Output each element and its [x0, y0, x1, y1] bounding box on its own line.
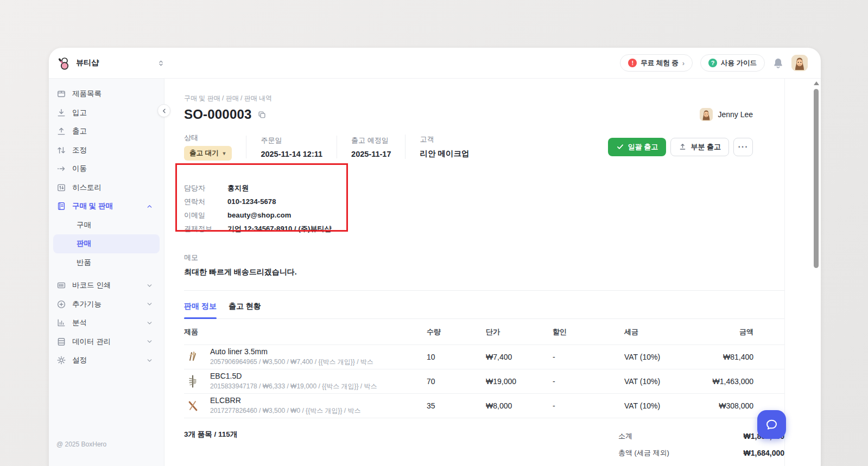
partial-ship-button[interactable]: 부분 출고: [670, 138, 729, 156]
free-trial-button[interactable]: ! 무료 체험 중 ›: [620, 54, 693, 72]
qty-cell: 70: [427, 377, 486, 386]
product-name: ELCBRR: [210, 396, 361, 405]
meta-value: 리안 메이크업: [420, 149, 469, 159]
product-detail: 2057906964965 / ₩3,500 / ₩7,400 / {{박스 개…: [210, 358, 373, 367]
contact-value: 010-1234-5678: [227, 197, 276, 206]
items-summary: 3개 품목 / 115개: [184, 427, 237, 461]
meta-label: 상태: [184, 133, 232, 143]
tab-bar: 판매 정보출고 현황: [184, 302, 784, 319]
meta-label: 주문일: [261, 136, 322, 145]
arrow-right-icon: [56, 164, 66, 174]
table-row-1[interactable]: EBC1.5D2015833947178 / ₩6,333 / ₩19,000 …: [184, 369, 784, 394]
assignee[interactable]: Jenny Lee: [700, 108, 753, 121]
user-avatar[interactable]: [791, 55, 808, 71]
qty-cell: 10: [427, 353, 486, 361]
contact-value: beauty@shop.com: [227, 211, 291, 219]
sidebar-item-label: 설정: [72, 355, 87, 365]
topbar-right: ! 무료 체험 중 › ? 사용 가이드: [620, 54, 808, 72]
workspace-switcher[interactable]: 뷰티샵: [56, 56, 164, 71]
table-row-0[interactable]: Auto liner 3.5mm2057906964965 / ₩3,500 /…: [184, 345, 784, 369]
sidebar-item-label: 구매 및 판매: [72, 201, 113, 211]
chat-bubble-icon: [764, 417, 779, 432]
sidebar-item-label: 출고: [72, 126, 87, 136]
sidebar-item-10[interactable]: 데이터 관리: [49, 333, 164, 352]
assignee-name: Jenny Lee: [718, 110, 753, 119]
arrow-down-tray-icon: [56, 108, 66, 118]
meta-label: 출고 예정일: [351, 136, 391, 145]
sidebar-subitem-6-0[interactable]: 구매: [53, 216, 160, 235]
topbar: 뷰티샵 ! 무료 체험 중 › ? 사용 가이드: [49, 48, 821, 79]
total-value: ₩1,684,000: [744, 449, 785, 457]
sidebar-item-0[interactable]: 제품목록: [49, 85, 164, 104]
column-header: 세금: [624, 327, 683, 337]
sidebar-item-label: 분석: [72, 318, 87, 328]
sidebar-item-3[interactable]: 조정: [49, 141, 164, 160]
arrow-up-tray-icon: [679, 143, 687, 151]
sidebar-item-7[interactable]: 바코드 인쇄: [49, 276, 164, 295]
unit-price-cell: ₩7,400: [486, 353, 553, 361]
bulk-ship-button[interactable]: 일괄 출고: [608, 138, 667, 156]
sidebar-subitem-6-1[interactable]: 판매: [53, 234, 160, 253]
exclamation-icon: !: [628, 59, 637, 67]
meta-0: 상태출고 대기▼: [184, 133, 246, 161]
chat-support-button[interactable]: [757, 410, 786, 439]
sidebar-item-6[interactable]: 구매 및 판매: [49, 197, 164, 216]
chevron-down-icon: [146, 301, 153, 308]
unit-price-cell: ₩19,000: [486, 377, 553, 386]
copy-icon[interactable]: [257, 110, 267, 119]
scroll-up-arrow[interactable]: [814, 81, 819, 85]
contact-value: 기업 12-34567-8910 / (주)뷰티샵: [227, 224, 332, 234]
total-row-1: 총액 (세금 제외)₩1,684,000: [618, 444, 784, 461]
partial-ship-label: 부분 출고: [690, 142, 721, 152]
box-icon: [56, 89, 66, 99]
discount-cell: -: [553, 353, 624, 361]
tax-cell: VAT (10%): [624, 401, 683, 410]
discount-cell: -: [553, 377, 624, 386]
sidebar-item-label: 조정: [72, 145, 87, 155]
notification-bell-icon[interactable]: [772, 58, 784, 69]
table-row-2[interactable]: ELCBRR2017277826460 / ₩3,500 / ₩0 / {{박스…: [184, 394, 784, 418]
page: 뷰티샵 ! 무료 체험 중 › ? 사용 가이드: [0, 0, 868, 466]
status-badge[interactable]: 출고 대기▼: [184, 146, 232, 161]
assignee-avatar: [700, 108, 713, 121]
meta-3: 고객리안 메이크업: [405, 135, 483, 159]
qty-cell: 35: [427, 401, 486, 410]
scrollbar-thumb[interactable]: [814, 89, 819, 268]
chevron-right-icon: ›: [682, 59, 685, 67]
column-header: 금액: [683, 327, 753, 337]
more-actions-button[interactable]: ···: [733, 138, 753, 156]
sidebar-item-1[interactable]: 입고: [49, 104, 164, 123]
sidebar-item-8[interactable]: 추가기능: [49, 295, 164, 314]
user-guide-label: 사용 가이드: [721, 59, 757, 68]
question-icon: ?: [708, 59, 717, 67]
sidebar-item-11[interactable]: 설정: [49, 351, 164, 370]
chevron-down-icon: [146, 320, 153, 327]
meta-2: 출고 예정일2025-11-17: [337, 136, 405, 158]
sidebar-subitem-label: 구매: [77, 220, 91, 230]
sidebar-item-label: 입고: [72, 108, 87, 118]
sidebar-item-9[interactable]: 분석: [49, 314, 164, 333]
sidebar-item-label: 이동: [72, 164, 87, 174]
product-detail: 2015833947178 / ₩6,333 / ₩19,000 / {{박스 …: [210, 382, 377, 391]
amount-cell: ₩81,400: [683, 353, 753, 361]
column-header: 수량: [427, 327, 486, 337]
app-logo-icon: [56, 56, 71, 71]
memo-section: 메모 최대한 빠르게 배송드리겠습니다.: [184, 253, 753, 277]
workspace-name: 뷰티샵: [76, 58, 99, 68]
tab-1[interactable]: 출고 현황: [229, 302, 261, 318]
contact-label: 이메일: [184, 210, 227, 220]
product-detail: 2017277826460 / ₩3,500 / ₩0 / {{박스 개입}} …: [210, 406, 361, 416]
tab-0[interactable]: 판매 정보: [184, 302, 217, 318]
sidebar-collapse-button[interactable]: [157, 104, 170, 117]
sidebar-subitem-label: 반품: [77, 258, 91, 267]
user-guide-button[interactable]: ? 사용 가이드: [700, 54, 765, 72]
product-name: Auto liner 3.5mm: [210, 347, 373, 356]
sidebar-item-4[interactable]: 이동: [49, 159, 164, 178]
column-header: 단가: [486, 327, 553, 337]
chevron-down-icon: [146, 357, 153, 364]
sidebar-item-5[interactable]: 히스토리: [49, 178, 164, 197]
main-panel: 구매 및 판매 / 판매 / 판매 내역 SO-000003 Jenny Lee: [164, 79, 821, 466]
breadcrumb[interactable]: 구매 및 판매 / 판매 / 판매 내역: [184, 94, 753, 103]
sidebar-subitem-6-2[interactable]: 반품: [53, 253, 160, 272]
sidebar-item-2[interactable]: 출고: [49, 122, 164, 141]
